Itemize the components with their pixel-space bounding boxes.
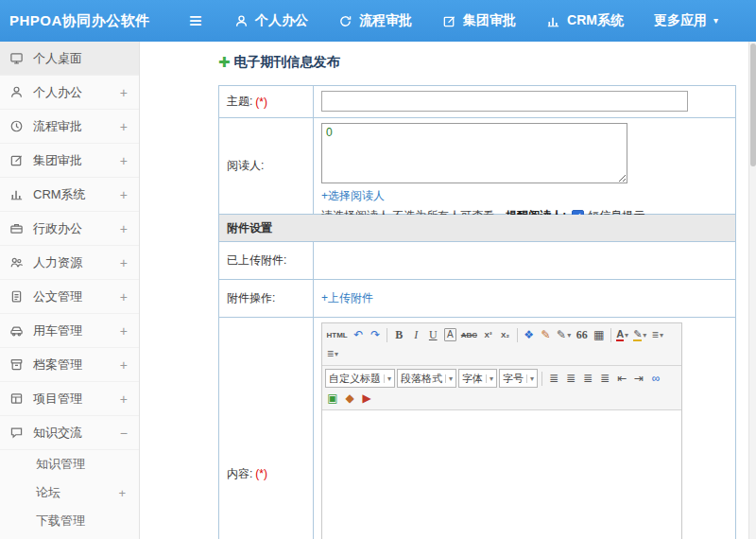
document-icon — [9, 289, 26, 304]
quick-format-dropdown[interactable]: ✎▾ — [555, 326, 573, 343]
edit-icon — [442, 14, 456, 28]
hamburger-menu-icon[interactable]: ≡ — [189, 9, 202, 32]
blockquote-button[interactable]: 66 — [574, 326, 590, 343]
content-editor-cell: HTML ↶ ↷ B I U A ABC X² X₂ ❖ — [314, 318, 735, 539]
format-painter-button[interactable]: ✎ — [538, 326, 554, 343]
redo-button[interactable]: ↷ — [368, 326, 384, 343]
expand-toggle[interactable]: + — [118, 221, 128, 236]
sidebar-subitem-public-file-cabinet[interactable]: 公共文件柜 — [0, 535, 139, 539]
link-button[interactable]: ∞ — [648, 370, 664, 387]
chevron-down-icon: ▾ — [625, 331, 628, 339]
select-readers-link[interactable]: +选择阅读人 — [321, 188, 728, 204]
sidebar-item-personal-desktop[interactable]: 个人桌面 — [0, 42, 139, 76]
align-right-button[interactable]: ≣ — [580, 370, 596, 387]
flash-button[interactable]: ◆ — [342, 390, 358, 407]
sidebar-item-label: 集团审批 — [33, 152, 118, 169]
readers-textarea[interactable]: 0 — [321, 123, 627, 183]
attachment-section-header: 附件设置 — [219, 215, 735, 241]
project-icon — [9, 391, 26, 406]
undo-button[interactable]: ↶ — [351, 326, 367, 343]
app-logo: PHPOA协同办公软件 — [0, 12, 189, 30]
expand-toggle[interactable]: + — [118, 289, 128, 304]
uploaded-label: 已上传附件: — [227, 252, 286, 269]
sidebar-item-document-mgmt[interactable]: 公文管理 + — [0, 280, 139, 314]
required-mark: (*) — [255, 96, 267, 109]
align-center-button[interactable]: ≣ — [563, 370, 579, 387]
nav-item-crm[interactable]: CRM系统 — [546, 12, 624, 29]
sidebar-item-label: 公文管理 — [33, 288, 118, 305]
sidebar-item-label: 个人桌面 — [33, 50, 118, 67]
source-code-button[interactable]: HTML — [325, 326, 350, 343]
people-icon — [9, 255, 26, 270]
expand-toggle[interactable]: + — [118, 255, 128, 270]
expand-toggle[interactable]: + — [118, 391, 128, 407]
underline-button[interactable]: U — [425, 326, 441, 343]
forecolor-button[interactable]: A — [442, 326, 458, 343]
italic-button[interactable]: I — [408, 326, 424, 343]
sidebar-item-project-mgmt[interactable]: 项目管理 + — [0, 382, 139, 416]
expand-toggle[interactable]: + — [118, 153, 128, 168]
scrollbar-thumb[interactable] — [750, 43, 756, 166]
sidebar-item-label: 流程审批 — [33, 118, 118, 135]
expand-toggle[interactable]: + — [118, 85, 128, 100]
font-family-select[interactable]: 字体▾ — [458, 369, 497, 388]
table-button[interactable]: ▦ — [591, 326, 607, 343]
strikethrough-button[interactable]: ABC — [459, 326, 479, 343]
sidebar-subitem-label: 知识管理 — [36, 456, 116, 473]
numbered-list-icon: ≡ — [327, 347, 334, 360]
sidebar-item-crm[interactable]: CRM系统 + — [0, 178, 139, 212]
expand-toggle[interactable]: + — [118, 357, 128, 373]
chevron-down-icon: ▾ — [384, 374, 391, 383]
media-button[interactable]: ▶ — [359, 390, 375, 407]
nav-item-workflow-approval[interactable]: 流程审批 — [338, 12, 412, 29]
upload-attachment-link[interactable]: +上传附件 — [321, 290, 373, 306]
subject-row: 主题: (*) — [219, 86, 735, 118]
subscript-button[interactable]: X₂ — [497, 326, 513, 343]
sidebar-item-archive-mgmt[interactable]: 档案管理 + — [0, 348, 139, 382]
outdent-button[interactable]: ⇤ — [614, 370, 630, 387]
sidebar-item-workflow-approval[interactable]: 流程审批 + — [0, 110, 139, 144]
ordered-list-dropdown[interactable]: ≡▾ — [325, 345, 341, 362]
sidebar-item-vehicle-mgmt[interactable]: 用车管理 + — [0, 314, 139, 348]
vertical-scrollbar[interactable] — [748, 42, 756, 539]
editor-content-area[interactable] — [322, 410, 681, 539]
nav-item-personal-office[interactable]: 个人办公 — [234, 12, 308, 29]
sidebar-item-personal-office[interactable]: 个人办公 + — [0, 76, 139, 110]
sidebar-subitem-knowledge-mgmt[interactable]: 知识管理 — [0, 450, 139, 478]
collapse-toggle[interactable]: − — [118, 426, 128, 441]
sidebar-item-knowledge-exchange[interactable]: 知识交流 − — [0, 416, 139, 450]
chevron-down-icon: ▾ — [335, 350, 338, 358]
custom-heading-select[interactable]: 自定义标题▾ — [325, 369, 395, 388]
readers-row: 阅读人: 0 +选择阅读人 请选择阅读人,不选为所有人可查看 提醒阅读人: ✓ … — [219, 118, 735, 215]
highlight-color-dropdown[interactable]: ✎▾ — [631, 326, 648, 343]
sidebar-item-label: 行政办公 — [33, 220, 118, 237]
expand-toggle[interactable]: + — [118, 187, 128, 202]
paragraph-format-select[interactable]: 段落格式▾ — [397, 369, 456, 388]
unordered-list-dropdown[interactable]: ≡▾ — [649, 326, 665, 343]
nav-item-more-apps[interactable]: 更多应用 ▾ — [654, 12, 718, 29]
sidebar-subitem-download-mgmt[interactable]: 下载管理 — [0, 507, 139, 535]
sidebar-item-hr[interactable]: 人力资源 + — [0, 246, 139, 280]
expand-toggle[interactable]: + — [118, 323, 128, 339]
image-button[interactable]: ▣ — [325, 390, 341, 407]
sidebar-subitem-forum[interactable]: 论坛 + — [0, 478, 139, 507]
subject-input[interactable] — [321, 91, 688, 112]
sidebar-item-admin-office[interactable]: 行政办公 + — [0, 212, 139, 246]
align-left-button[interactable]: ≣ — [546, 370, 562, 387]
select-label: 字号 — [503, 372, 524, 386]
font-size-select[interactable]: 字号▾ — [499, 369, 538, 388]
sidebar-item-group-approval[interactable]: 集团审批 + — [0, 144, 139, 178]
expand-toggle[interactable]: + — [118, 119, 128, 134]
nav-label: CRM系统 — [567, 12, 624, 29]
superscript-button[interactable]: X² — [480, 326, 496, 343]
expand-toggle[interactable]: + — [116, 486, 126, 500]
remove-format-button[interactable]: ❖ — [521, 326, 537, 343]
editor-toolbar-row1: HTML ↶ ↷ B I U A ABC X² X₂ ❖ — [322, 323, 681, 366]
indent-button[interactable]: ⇥ — [631, 370, 647, 387]
forecolor-icon: A — [444, 328, 456, 341]
align-justify-button[interactable]: ≣ — [597, 370, 613, 387]
font-color-dropdown[interactable]: A▾ — [614, 326, 630, 343]
nav-item-group-approval[interactable]: 集团审批 — [442, 12, 516, 29]
bold-button[interactable]: B — [391, 326, 407, 343]
pen-icon: ✎ — [557, 328, 566, 341]
